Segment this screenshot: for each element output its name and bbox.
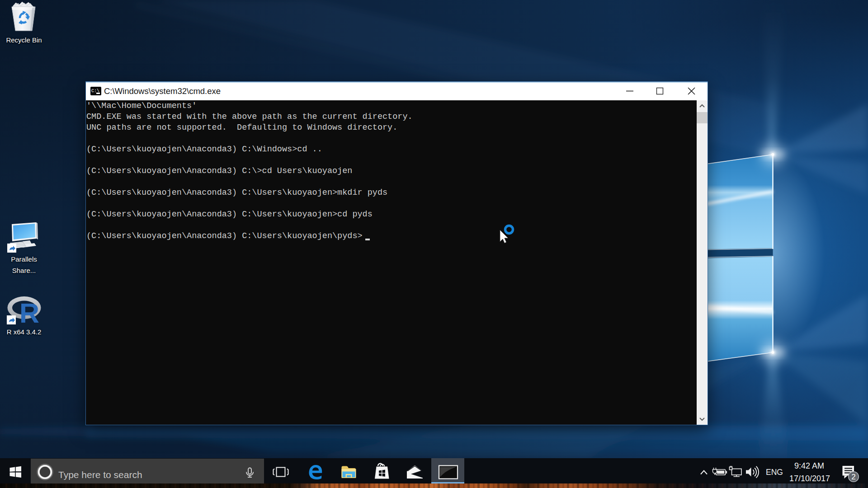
svg-text:17/10/2017: 17/10/2017: [789, 474, 830, 483]
svg-text:ENG: ENG: [766, 468, 783, 477]
svg-text:9:42 AM: 9:42 AM: [794, 461, 824, 470]
svg-text:2: 2: [851, 473, 855, 481]
svg-text:R: R: [19, 298, 39, 324]
